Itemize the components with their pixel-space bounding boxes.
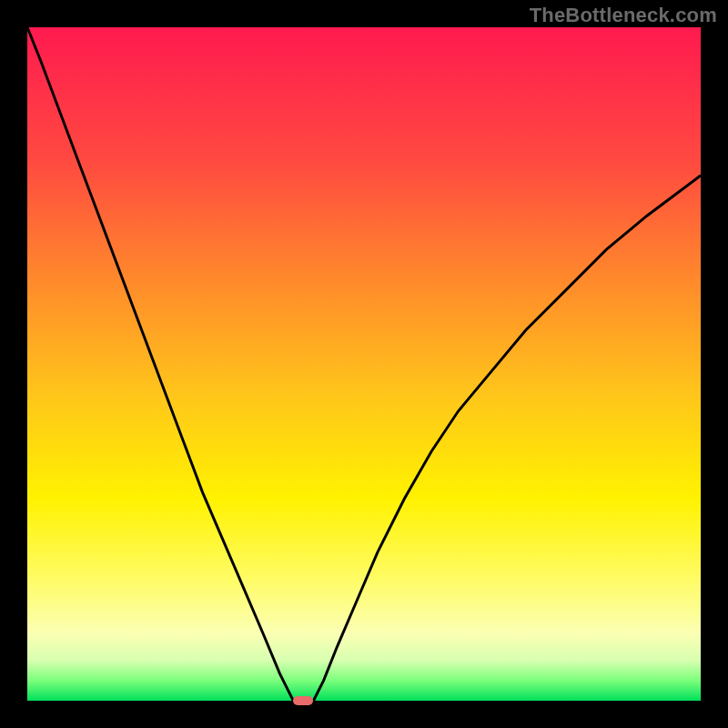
left-curve-path	[27, 27, 293, 701]
plot-area	[27, 27, 701, 701]
attribution-text: TheBottleneck.com	[530, 4, 717, 27]
right-curve-path	[314, 176, 702, 701]
chart-frame: TheBottleneck.com	[0, 0, 728, 728]
minimum-marker	[293, 696, 313, 705]
curves-svg	[27, 27, 701, 701]
